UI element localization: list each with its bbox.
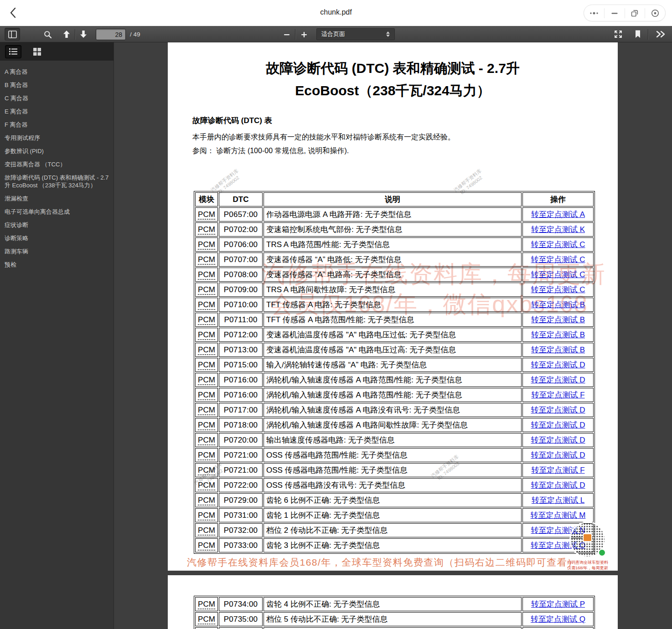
module-link[interactable]: PCM <box>198 451 215 460</box>
table-header-row: 模块DTC说明操作 <box>195 192 594 206</box>
thumbnails-view-button[interactable] <box>29 45 45 58</box>
module-link[interactable]: PCM <box>198 225 215 235</box>
pinpoint-test-link[interactable]: 转至定点测试 C <box>531 270 585 279</box>
sidebar-item[interactable]: 预检 <box>0 258 114 271</box>
module-link[interactable]: PCM <box>198 436 215 445</box>
presentation-mode-button[interactable] <box>613 29 623 39</box>
dtc-description: 档位 2 传动比不正确: 无子类型信息 <box>264 523 522 537</box>
module-link[interactable]: PCM <box>198 541 215 551</box>
pinpoint-test-link[interactable]: 转至定点测试 D <box>531 481 585 490</box>
zoom-in-button[interactable] <box>300 31 309 38</box>
zoom-out-button[interactable] <box>282 31 291 38</box>
sidebar-item[interactable]: 故障诊断代码 (DTC) 表和精确测试 - 2.7升 EcoBoost （238… <box>0 171 114 192</box>
module-link[interactable]: PCM <box>198 255 215 265</box>
module-link[interactable]: PCM <box>198 361 215 370</box>
module-link[interactable]: PCM <box>198 526 215 536</box>
pinpoint-test-link[interactable]: 转至定点测试 B <box>531 330 585 339</box>
paragraph: 本手册内的诊断要求技师具有一定的技能水平和对福特诊断系统有一定实践经验。 <box>192 133 455 142</box>
pinpoint-test-link[interactable]: 转至定点测试 K <box>531 225 585 234</box>
module-link[interactable]: PCM <box>198 511 215 521</box>
dtc-description: 齿轮 1 比例不正确: 无子类型信息 <box>264 508 522 522</box>
module-cell: PCM <box>195 268 218 282</box>
sidebar-item[interactable]: E 离合器 <box>0 105 114 118</box>
module-cell: PCM <box>195 283 218 297</box>
previous-page-button[interactable] <box>62 30 71 39</box>
pinpoint-test-link[interactable]: 转至定点测试 D <box>531 421 585 429</box>
module-link[interactable]: PCM <box>198 600 215 609</box>
pinpoint-test-link[interactable]: 转至定点测试 D <box>531 361 585 369</box>
pinpoint-test-link[interactable]: 转至定点测试 F <box>531 391 584 399</box>
minimize-icon <box>610 9 619 18</box>
zoom-select[interactable]: 适合页面 <box>316 28 395 40</box>
sidebar-item[interactable]: 路测车辆 <box>0 245 114 258</box>
module-link[interactable]: PCM <box>198 481 215 490</box>
pinpoint-test-link[interactable]: 转至定点测试 Q <box>531 615 585 624</box>
module-link[interactable]: PCM <box>198 315 215 325</box>
toolbar-more-button[interactable] <box>655 30 667 39</box>
pinpoint-test-link[interactable]: 转至定点测试 D <box>531 436 585 444</box>
sidebar-item[interactable]: 诊断策略 <box>0 232 114 245</box>
pinpoint-test-link[interactable]: 转至定点测试 C <box>531 285 585 294</box>
module-link[interactable]: PCM <box>198 330 215 340</box>
column-header: 说明 <box>264 192 522 206</box>
pinpoint-test-link[interactable]: 转至定点测试 C <box>531 240 585 249</box>
module-cell: PCM <box>195 463 218 477</box>
restore-window-button[interactable] <box>625 5 645 21</box>
pinpoint-test-link[interactable]: 转至定点测试 B <box>531 300 585 309</box>
more-options-button[interactable] <box>584 5 604 21</box>
next-page-button[interactable] <box>79 30 88 39</box>
sidebar-item[interactable]: 泄漏检查 <box>0 192 114 205</box>
module-cell: PCM <box>195 328 218 342</box>
module-link[interactable]: PCM <box>198 300 215 310</box>
module-link[interactable]: PCM <box>198 421 215 430</box>
sidebar-item[interactable]: F 离合器 <box>0 118 114 131</box>
sidebar-item[interactable]: C 离合器 <box>0 92 114 105</box>
module-link[interactable]: PCM <box>198 391 215 400</box>
sidebar-item[interactable]: 变扭器离合器 （TCC） <box>0 158 114 171</box>
module-link[interactable]: PCM <box>198 240 215 250</box>
pinpoint-test-link[interactable]: 转至定点测试 D <box>531 451 585 459</box>
sidebar-item[interactable]: A 离合器 <box>0 65 114 78</box>
module-link[interactable]: PCM <box>198 466 215 475</box>
dtc-description: 变速器机油温度传感器 "A" 电路电压过低: 无子类型信息 <box>264 328 522 342</box>
pinpoint-test-link[interactable]: 转至定点测试 C <box>531 255 585 264</box>
plus-icon <box>300 31 308 38</box>
pinpoint-test-link[interactable]: 转至定点测试 D <box>531 376 585 384</box>
sidebar-toggle-button[interactable] <box>5 28 20 41</box>
close-button[interactable] <box>645 5 665 21</box>
outline-view-button[interactable] <box>5 45 21 58</box>
pinpoint-test-link[interactable]: 转至定点测试 D <box>531 406 585 414</box>
module-link[interactable]: PCM <box>198 270 215 280</box>
pinpoint-test-link[interactable]: 转至定点测试 P <box>531 600 585 608</box>
fullscreen-icon <box>614 30 623 39</box>
page-number-input[interactable] <box>96 29 126 40</box>
pinpoint-test-link[interactable]: 转至定点测试 F <box>531 466 584 474</box>
pinpoint-test-link[interactable]: 转至定点测试 A <box>531 210 585 219</box>
document-title: 故障诊断代码 (DTC) 表和精确测试 - 2.7升 EcoBoost（238千… <box>168 57 618 102</box>
minimize-button[interactable] <box>605 5 625 21</box>
pinpoint-test-link[interactable]: 转至定点测试 B <box>531 315 585 324</box>
module-link[interactable]: PCM <box>198 615 215 624</box>
module-link[interactable]: PCM <box>198 210 215 220</box>
sidebar-item[interactable]: 电子可选单向离合器总成 <box>0 205 114 218</box>
module-link[interactable]: PCM <box>198 496 215 505</box>
pinpoint-test-link[interactable]: 转至定点测试 B <box>531 345 585 354</box>
pinpoint-test-link[interactable]: 转至定点测试 L <box>532 496 584 505</box>
dtc-description: 变速箱控制系统电气部份: 无子类型信息 <box>264 222 522 237</box>
module-link[interactable]: PCM <box>198 406 215 415</box>
search-button[interactable] <box>43 30 53 39</box>
bookmark-button[interactable] <box>633 29 642 39</box>
module-link[interactable]: PCM <box>198 285 215 295</box>
sidebar-item[interactable]: 症状诊断 <box>0 218 114 232</box>
pdf-toolbar: / 49 适合页面 <box>0 26 672 42</box>
pinpoint-test-link[interactable]: 转至定点测试 M <box>531 511 586 520</box>
module-cell: PCM <box>195 448 218 462</box>
sidebar-item[interactable]: 参数辨识 (PID) <box>0 144 114 158</box>
module-link[interactable]: PCM <box>198 376 215 385</box>
module-link[interactable]: PCM <box>198 345 215 355</box>
sidebar-item[interactable]: B 离合器 <box>0 78 114 92</box>
table-row-partial <box>195 627 594 629</box>
sidebar-item[interactable]: 专用测试程序 <box>0 131 114 144</box>
outline-list: A 离合器B 离合器C 离合器E 离合器F 离合器专用测试程序参数辨识 (PID… <box>0 61 114 271</box>
action-cell: 转至定点测试 D <box>522 358 594 372</box>
